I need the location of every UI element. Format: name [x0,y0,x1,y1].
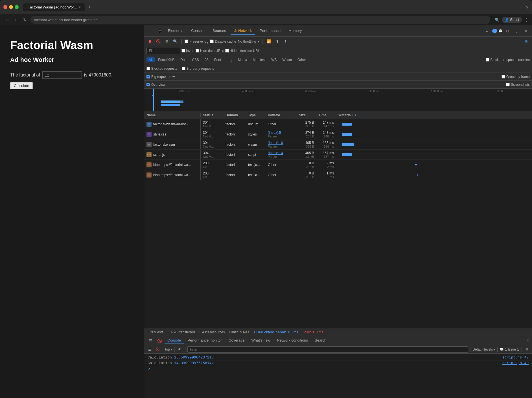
type-btn-other[interactable]: Other [295,57,308,62]
tab-sources[interactable]: Sources [209,27,229,35]
tab-elements[interactable]: Elements [165,27,187,35]
type-btn-js[interactable]: JS [202,57,211,62]
blocked-cookies-checkbox[interactable]: Blocked response cookies [486,58,530,62]
group-by-frame-checkbox[interactable]: Group by frame [502,75,530,79]
search-button[interactable]: 🔍 [172,38,179,45]
guest-button[interactable]: 👤 Guest [502,17,522,23]
type-btn-doc[interactable]: Doc [178,57,189,62]
col-domain[interactable]: Domain [223,113,246,117]
table-row[interactable]: ✎ style.css 304 Not M... factori... [144,129,532,139]
record-button[interactable]: ⏺ [146,38,153,45]
screenshots-checkbox[interactable]: Screenshots [506,83,530,87]
reload-button[interactable]: ↻ [21,16,28,23]
console-tab-console[interactable]: Console [165,337,184,344]
preserve-log-checkbox[interactable]: Preserve log [185,40,208,43]
device-toolbar-button[interactable]: 📱 [156,27,163,35]
type-btn-wasm[interactable]: Wasm [280,57,294,62]
waterfall-bar-5 [415,164,417,165]
big-rows-checkbox[interactable]: Big request rows [146,75,176,79]
calculate-button[interactable]: Calculate [10,82,33,89]
hide-data-urls-checkbox[interactable]: Hide data URLs [196,49,224,53]
element-picker-button[interactable]: ⬚ [146,27,154,35]
minimize-window-button[interactable] [9,5,13,9]
table-row[interactable]: </> script.js 304 Not M... factori... [144,150,532,160]
console-prompt-line[interactable]: > [144,366,532,372]
overview-checkbox[interactable]: Overview [146,83,165,87]
col-size[interactable]: Size [297,113,316,117]
console-filter-input[interactable] [187,346,468,353]
eye-button[interactable]: 👁 [177,346,183,353]
cell-name-3: W factorial.wasm [144,139,201,149]
devtools-settings-button[interactable]: ⚙ [504,27,512,35]
console-tab-coverage[interactable]: Coverage [226,337,247,344]
tab-close-button[interactable]: × [79,6,81,9]
disable-cache-checkbox[interactable]: Disable cache [210,40,236,43]
console-gear-button[interactable]: ⚙ [524,346,530,353]
col-time[interactable]: Time [316,113,336,117]
zoom-button[interactable]: 🔍 [495,18,500,22]
filter-icon-button[interactable]: ⚙ [163,38,170,45]
upload-button[interactable]: ⬆ [274,38,281,45]
type-btn-all[interactable]: All [146,57,155,62]
console-link-2[interactable]: script.js:40 [502,361,529,365]
url-bar[interactable]: factorial-wasm-ad-hoc-worker.glitch.me [30,16,490,24]
tab-memory[interactable]: Memory [285,27,305,35]
console-close-button[interactable]: ✕ [526,338,530,343]
table-row[interactable]: </> blob:https://factorial-wa... 200 OK … [144,170,532,180]
table-row[interactable]: </> blob:https://factorial-wa... 200 OK … [144,160,532,170]
console-tab-perf-monitor[interactable]: Performance monitor [185,337,225,344]
type-btn-css[interactable]: CSS [190,57,201,62]
forward-button[interactable]: › [12,16,19,23]
third-party-checkbox[interactable]: 3rd-party requests [182,67,214,71]
type-btn-media[interactable]: Media [236,57,249,62]
maximize-window-button[interactable] [15,5,19,9]
col-waterfall[interactable]: Waterfall ▲ [336,113,532,117]
invert-checkbox[interactable]: Invert [181,49,194,53]
new-tab-button[interactable]: + [86,4,93,11]
top-context-selector[interactable]: top ▾ [165,347,172,351]
console-tab-network-conditions[interactable]: Network conditions [274,337,311,344]
close-window-button[interactable] [3,5,7,9]
drawer-clear-button[interactable]: 🚫 [156,337,163,345]
devtools-close-button[interactable]: ✕ [522,27,530,35]
drawer-expand-button[interactable]: ☰ [146,337,154,345]
devtools-menu-button[interactable]: ⋮ [513,27,521,35]
blocked-requests-checkbox[interactable]: Blocked requests [146,67,177,71]
network-settings-button[interactable]: ⚙ [523,38,530,45]
factorial-input[interactable] [42,71,82,79]
clear-button[interactable]: 🚫 [155,38,162,45]
log-levels-button[interactable]: Default levels ▾ [472,347,495,351]
col-type[interactable]: Type [246,113,266,117]
cell-initiator-4: (index):14 Parser [266,150,297,159]
back-button[interactable]: ‹ [3,16,10,23]
console-link-1[interactable]: script.js:40 [502,355,529,360]
cell-time-5: 2 ms 2 ms [316,160,336,170]
console-sidebar-button[interactable]: ☰ [146,346,153,353]
type-btn-font[interactable]: Font [212,57,223,62]
tl-4000: 4000 ms [216,90,279,93]
type-btn-fetch-xhr[interactable]: Fetch/XHR [156,57,177,62]
console-tab-search[interactable]: Search [312,337,329,344]
tab-console[interactable]: Console [188,27,208,35]
type-btn-manifest[interactable]: Manifest [251,57,268,62]
tab-network[interactable]: ⚠ Network [231,27,255,35]
more-tabs-button[interactable]: » [483,27,491,35]
table-row[interactable]: W factorial.wasm 304 Not M... factori... [144,139,532,150]
online-button[interactable]: 📶 [265,38,272,45]
col-status[interactable]: Status [201,113,223,117]
type-btn-img[interactable]: Img [224,57,235,62]
filter-input[interactable] [146,48,180,54]
active-tab[interactable]: Factorial Wasm (ad hoc Wor... × [23,3,85,11]
tab-expand-button[interactable]: ∨ [526,5,529,9]
console-tab-whats-new[interactable]: What's new [248,337,273,344]
col-name[interactable]: Name [144,113,201,117]
col-initiator[interactable]: Initiator [266,113,297,117]
console-clear-button[interactable]: 🚫 [154,346,161,353]
filename-4: script.js [153,153,165,157]
hide-extension-urls-checkbox[interactable]: Hide extension URLs [225,49,262,53]
download-button[interactable]: ⬇ [282,38,289,45]
tab-performance[interactable]: Performance [256,27,284,35]
type-btn-ws[interactable]: WS [269,57,279,62]
table-row[interactable]: ≡ factorial-wasm-ad-hoc-... 304 Not M...… [144,119,532,129]
browser-menu-button[interactable]: ⋮ [524,17,529,23]
